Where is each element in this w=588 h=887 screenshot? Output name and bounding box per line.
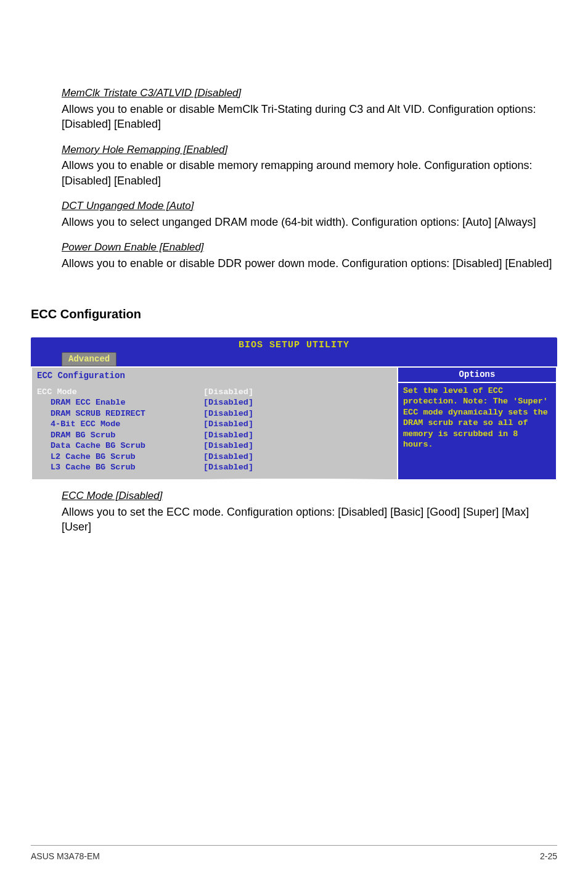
bios-setting-value: [Disabled]	[203, 419, 253, 430]
bios-setting-value: [Disabled]	[203, 408, 253, 419]
bios-options-label: Options	[398, 368, 556, 383]
bios-setting-label: DRAM ECC Enable	[37, 397, 203, 408]
bios-setting-row: ECC Mode[Disabled]	[37, 387, 392, 398]
bios-setting-value: [Disabled]	[203, 430, 253, 441]
bios-setting-row: DRAM ECC Enable[Disabled]	[37, 397, 392, 408]
ecc-configuration-heading: ECC Configuration	[31, 306, 557, 323]
config-item: Memory Hole Remapping [Enabled] Allows y…	[31, 143, 557, 189]
bios-setting-row: DRAM BG Scrub[Disabled]	[37, 430, 392, 441]
bios-title: BIOS SETUP UTILITY	[31, 337, 557, 352]
option-description: Allows you to enable or disable memory r…	[62, 158, 557, 188]
option-description: Allows you to select unganged DRAM mode …	[62, 215, 557, 229]
bios-setting-label: L2 Cache BG Scrub	[37, 452, 203, 463]
bios-help-text: Set the level of ECC protection. Note: T…	[398, 383, 556, 456]
option-heading: Memory Hole Remapping [Enabled]	[62, 143, 557, 157]
bios-setting-value: [Disabled]	[203, 387, 253, 398]
bios-setting-row: L3 Cache BG Scrub[Disabled]	[37, 462, 392, 473]
bios-setting-label: DRAM BG Scrub	[37, 430, 203, 441]
bios-setting-value: [Disabled]	[203, 462, 253, 473]
bios-setting-row: L2 Cache BG Scrub[Disabled]	[37, 452, 392, 463]
bios-setting-row: 4-Bit ECC Mode[Disabled]	[37, 419, 392, 430]
option-description: Allows you to enable or disable DDR powe…	[62, 256, 557, 271]
bios-setting-row: Data Cache BG Scrub[Disabled]	[37, 440, 392, 452]
bios-tab-advanced: Advanced	[62, 352, 116, 366]
config-item: ECC Mode [Disabled] Allows you to set th…	[31, 489, 557, 535]
bios-setting-label: L3 Cache BG Scrub	[37, 462, 203, 473]
bios-section-title: ECC Configuration	[37, 370, 392, 382]
config-item: DCT Unganged Mode [Auto] Allows you to s…	[31, 199, 557, 229]
option-description: Allows you to enable or disable MemClk T…	[62, 102, 557, 132]
option-description: Allows you to set the ECC mode. Configur…	[62, 505, 557, 535]
bios-setting-label: Data Cache BG Scrub	[37, 440, 203, 452]
option-heading: DCT Unganged Mode [Auto]	[62, 199, 557, 213]
config-item: Power Down Enable [Enabled] Allows you t…	[31, 241, 557, 271]
bios-setting-label: DRAM SCRUB REDIRECT	[37, 408, 203, 419]
bios-setting-row: DRAM SCRUB REDIRECT[Disabled]	[37, 408, 392, 419]
bios-setting-value: [Disabled]	[203, 452, 253, 463]
bios-setting-label: ECC Mode	[37, 387, 203, 398]
bios-setting-value: [Disabled]	[203, 397, 253, 408]
bios-setting-value: [Disabled]	[203, 440, 253, 452]
option-heading: ECC Mode [Disabled]	[62, 489, 557, 503]
option-heading: Power Down Enable [Enabled]	[62, 241, 557, 255]
option-heading: MemClk Tristate C3/ATLVID [Disabled]	[62, 86, 557, 101]
bios-setting-label: 4-Bit ECC Mode	[37, 419, 203, 430]
bios-right-panel: Options Set the level of ECC protection.…	[398, 368, 557, 481]
bios-left-panel: ECC Configuration ECC Mode[Disabled]DRAM…	[31, 368, 398, 481]
config-item: MemClk Tristate C3/ATLVID [Disabled] All…	[31, 86, 557, 132]
bios-screenshot: BIOS SETUP UTILITY Advanced ECC Configur…	[31, 337, 557, 481]
